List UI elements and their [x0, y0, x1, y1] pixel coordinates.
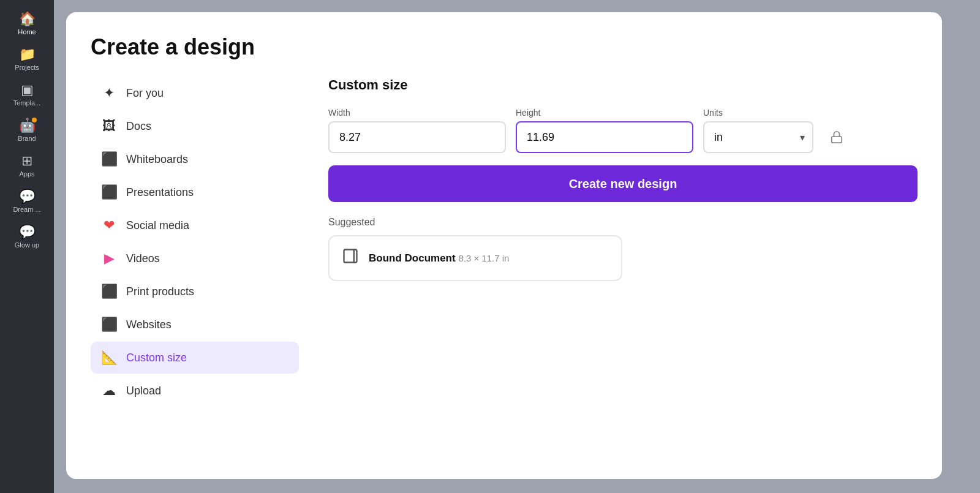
sidebar-item-apps[interactable]: ⊞ Apps — [4, 149, 50, 183]
create-design-modal: Create a design ✦ For you 🖼 Docs ⬛ White… — [66, 12, 942, 479]
nav-label-docs: Docs — [126, 120, 151, 133]
category-nav: ✦ For you 🖼 Docs ⬛ Whiteboards ⬛ Present… — [91, 77, 299, 457]
units-label: Units — [703, 108, 813, 118]
nav-label-print-products: Print products — [126, 285, 194, 298]
nav-item-websites[interactable]: ⬛ Websites — [91, 309, 299, 341]
nav-label-custom-size: Custom size — [126, 352, 187, 364]
home-icon: 🏠 — [19, 12, 36, 26]
nav-label-social-media: Social media — [126, 219, 189, 232]
custom-size-title: Custom size — [328, 77, 918, 93]
modal-body: ✦ For you 🖼 Docs ⬛ Whiteboards ⬛ Present… — [91, 77, 918, 457]
nav-label-for-you: For you — [126, 87, 164, 100]
lock-button[interactable] — [823, 121, 850, 153]
sidebar-item-dream[interactable]: 💬 Dream ... — [4, 185, 50, 218]
brand-badge — [31, 116, 38, 124]
units-select[interactable]: px in cm mm — [703, 121, 813, 153]
sidebar-item-projects[interactable]: 📁 Projects — [4, 43, 50, 76]
units-select-wrapper: px in cm mm ▾ — [703, 121, 813, 153]
sidebar-label-brand: Brand — [18, 135, 36, 142]
docs-icon: 🖼 — [100, 118, 118, 134]
height-input[interactable] — [516, 121, 693, 153]
apps-icon: ⊞ — [21, 154, 32, 168]
height-label: Height — [516, 108, 693, 118]
nav-item-videos[interactable]: ▶ Videos — [91, 243, 299, 274]
width-field-group: Width — [328, 108, 506, 153]
nav-item-for-you[interactable]: ✦ For you — [91, 77, 299, 109]
dream-icon: 💬 — [19, 190, 36, 203]
projects-icon: 📁 — [19, 48, 36, 61]
suggestion-dims: 8.3 × 11.7 in — [458, 253, 509, 263]
nav-label-websites: Websites — [126, 318, 172, 331]
websites-icon: ⬛ — [100, 317, 118, 333]
sidebar-item-glowup[interactable]: 💬 Glow up — [4, 220, 50, 254]
sidebar-label-glowup: Glow up — [15, 241, 39, 249]
sidebar-label-templates: Templa... — [13, 99, 41, 107]
nav-label-presentations: Presentations — [126, 186, 194, 199]
height-field-group: Height — [516, 108, 693, 153]
sidebar: 🏠 Home 📁 Projects ▣ Templa... 🤖 Brand ⊞ … — [0, 0, 54, 493]
svg-rect-1 — [344, 250, 354, 263]
nav-item-custom-size[interactable]: 📐 Custom size — [91, 342, 299, 374]
nav-item-print-products[interactable]: ⬛ Print products — [91, 276, 299, 307]
upload-icon: ☁ — [100, 383, 118, 399]
width-label: Width — [328, 108, 506, 118]
bound-document-icon — [342, 247, 359, 269]
for-you-icon: ✦ — [100, 85, 118, 101]
sidebar-label-home: Home — [18, 28, 36, 36]
units-field-group: Units px in cm mm ▾ — [703, 108, 813, 153]
suggestion-card-bound-document[interactable]: Bound Document 8.3 × 11.7 in — [328, 235, 622, 281]
nav-label-videos: Videos — [126, 252, 160, 265]
presentations-icon: ⬛ — [100, 184, 118, 200]
sidebar-item-templates[interactable]: ▣ Templa... — [4, 78, 50, 111]
sidebar-label-projects: Projects — [15, 64, 39, 71]
modal-title: Create a design — [91, 34, 918, 60]
social-media-icon: ❤ — [100, 217, 118, 233]
nav-item-docs[interactable]: 🖼 Docs — [91, 110, 299, 142]
nav-item-social-media[interactable]: ❤ Social media — [91, 209, 299, 241]
sidebar-label-dream: Dream ... — [13, 206, 40, 213]
sidebar-label-apps: Apps — [19, 170, 34, 178]
create-new-design-button[interactable]: Create new design — [328, 165, 918, 202]
videos-icon: ▶ — [100, 250, 118, 266]
nav-item-upload[interactable]: ☁ Upload — [91, 375, 299, 407]
nav-item-whiteboards[interactable]: ⬛ Whiteboards — [91, 143, 299, 175]
nav-item-presentations[interactable]: ⬛ Presentations — [91, 176, 299, 208]
whiteboards-icon: ⬛ — [100, 151, 118, 167]
glowup-icon: 💬 — [19, 225, 36, 239]
print-products-icon: ⬛ — [100, 284, 118, 299]
brand-icon: 🤖 — [19, 119, 36, 132]
custom-size-icon: 📐 — [100, 350, 118, 366]
dimensions-row: Width Height Units px in cm — [328, 108, 918, 153]
sidebar-item-home[interactable]: 🏠 Home — [4, 7, 50, 40]
main-area: Create a design ✦ For you 🖼 Docs ⬛ White… — [54, 0, 980, 493]
width-input[interactable] — [328, 121, 506, 153]
nav-label-upload: Upload — [126, 385, 161, 397]
suggestion-name: Bound Document 8.3 × 11.7 in — [369, 252, 509, 265]
nav-label-whiteboards: Whiteboards — [126, 153, 188, 166]
svg-rect-0 — [832, 137, 842, 143]
custom-size-panel: Custom size Width Height Units — [328, 77, 918, 457]
suggested-label: Suggested — [328, 217, 918, 228]
sidebar-item-brand[interactable]: 🤖 Brand — [4, 114, 50, 147]
templates-icon: ▣ — [21, 83, 34, 97]
